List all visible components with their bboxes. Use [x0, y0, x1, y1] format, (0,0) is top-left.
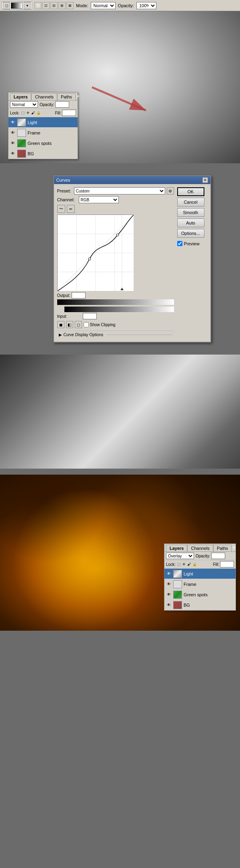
lock-paint-icon-1[interactable]: 🖌 [31, 111, 35, 115]
output-row: Output: 138 [57, 292, 174, 299]
arrow-overlay [88, 83, 152, 115]
brush-size-icon[interactable]: ◻ [3, 2, 10, 9]
lock-paint-icon-2[interactable]: 🖌 [187, 562, 191, 566]
dialog-close-btn[interactable]: ✕ [202, 177, 208, 183]
input-row [57, 307, 174, 312]
show-clipping-checkbox[interactable] [84, 322, 89, 327]
curve-draw-btn[interactable]: 〜 [57, 205, 65, 213]
mode-icon-5[interactable]: ⊠ [66, 2, 74, 9]
layer-row-greenspots-1[interactable]: 👁 Green spots [8, 138, 78, 148]
curve-graph[interactable] [57, 214, 133, 291]
lock-move-icon-1[interactable]: ✛ [26, 111, 30, 115]
fill-input-2[interactable]: 100% [220, 561, 234, 567]
canvas-area-3: Layers Channels Paths ✕ Overlay Opacity:… [0, 475, 240, 631]
layer-row-greenspots-2[interactable]: 👁 Green spots [164, 589, 236, 600]
mode-icon-3[interactable]: ⊟ [50, 2, 58, 9]
canvas-2 [0, 355, 240, 469]
preview-checkbox[interactable] [177, 241, 182, 246]
tab-layers-1[interactable]: Layers [10, 93, 31, 100]
curve-tools: 〜 ✏ [57, 205, 174, 213]
tab-channels-2[interactable]: Channels [187, 545, 213, 551]
layer-eye-light-2[interactable]: 👁 [166, 571, 172, 577]
channel-select[interactable]: RGB [79, 196, 119, 203]
white-point-btn[interactable]: ◻ [75, 321, 82, 328]
dialog-left: Preset: Custom ⚙ Channel: RGB 〜 ✏ [57, 187, 174, 339]
opacity-input-2[interactable]: 100% [211, 553, 225, 559]
mode-select[interactable]: Normal [91, 2, 116, 9]
layers-panel-2: Layers Channels Paths ✕ Overlay Opacity:… [164, 543, 236, 611]
lock-icon-2[interactable]: ⬚ [177, 562, 181, 566]
layer-eye-bg-1[interactable]: 👁 [10, 151, 16, 156]
layer-eye-bg-2[interactable]: 👁 [166, 602, 172, 608]
layer-eye-light-1[interactable]: 👁 [10, 120, 16, 125]
smooth-btn[interactable]: Smooth [177, 208, 204, 217]
panel-close-2[interactable]: ✕ [232, 545, 236, 551]
layer-name-greenspots-1: Green spots [28, 141, 76, 146]
layer-eye-frame-2[interactable]: 👁 [166, 581, 172, 587]
fill-row-1: Fill: 100% [55, 110, 76, 116]
output-grad-bar [57, 299, 174, 305]
preset-options-btn[interactable]: ⚙ [167, 187, 174, 194]
cancel-btn[interactable]: Cancel [177, 198, 204, 206]
layer-name-frame-1: Frame [28, 130, 76, 135]
lock-all-icon-2[interactable]: 🔒 [192, 562, 197, 566]
layer-row-frame-1[interactable]: 👁 Frame [8, 128, 78, 138]
opacity-select[interactable]: 100% [136, 2, 156, 9]
output-input[interactable]: 138 [72, 292, 86, 299]
mode-icon-2[interactable]: ⊡ [42, 2, 50, 9]
layer-row-light-1[interactable]: 👁 Light [8, 117, 78, 128]
tab-paths-1[interactable]: Paths [57, 93, 76, 100]
blend-mode-select-2[interactable]: Overlay [166, 553, 194, 559]
layer-row-light-2[interactable]: 👁 Light [164, 569, 236, 579]
black-point-btn[interactable]: ◼ [57, 321, 64, 328]
layer-row-bg-1[interactable]: 👁 BG [8, 148, 78, 159]
layer-thumb-bg-2 [173, 601, 182, 609]
input-value[interactable]: 216 [83, 313, 97, 319]
tab-paths-2[interactable]: Paths [213, 545, 232, 551]
blend-mode-select-1[interactable]: Normal [10, 101, 38, 108]
layer-thumb-greenspots-1 [17, 139, 26, 147]
gap-2 [0, 349, 240, 355]
curve-display-label: Curve Display Options [64, 333, 103, 337]
dropdown-arrow[interactable]: ▾ [24, 2, 31, 9]
canvas-3: Layers Channels Paths ✕ Overlay Opacity:… [0, 475, 240, 631]
layer-thumb-greenspots-2 [173, 591, 182, 599]
layer-name-bg-1: BG [28, 151, 76, 156]
curve-pencil-btn[interactable]: ✏ [67, 205, 75, 213]
channel-row: Channel: RGB [57, 196, 174, 203]
gap-1 [0, 163, 240, 169]
opacity-label-1: Opacity: [40, 102, 54, 107]
layers-panel-1: Layers Channels Paths ✕ Normal Opacity: … [8, 92, 78, 159]
show-clipping-label: Show Clipping [90, 323, 116, 327]
lock-all-icon-1[interactable]: 🔒 [36, 111, 41, 115]
dialog-title: Curves [56, 178, 70, 182]
lock-icon-1[interactable]: ⬚ [21, 111, 25, 115]
panel-blendmode-row-2: Overlay Opacity: 100% [164, 552, 236, 560]
mode-icon-4[interactable]: ⊞ [58, 2, 66, 9]
brush-size-group: ◻ ▾ [2, 2, 32, 10]
preset-select[interactable]: Custom [74, 187, 165, 194]
opacity-input-1[interactable]: 100% [55, 101, 69, 108]
layer-eye-greenspots-1[interactable]: 👁 [10, 140, 16, 146]
layer-row-frame-2[interactable]: 👁 Frame [164, 579, 236, 589]
ok-btn[interactable]: OK [177, 187, 204, 196]
dialog-body: Preset: Custom ⚙ Channel: RGB 〜 ✏ [54, 184, 210, 342]
lock-move-icon-2[interactable]: ✛ [182, 562, 186, 566]
curve-display-options[interactable]: ▶ Curve Display Options [57, 331, 174, 339]
layer-eye-frame-1[interactable]: 👁 [10, 130, 16, 136]
preview-label: Preview [184, 241, 200, 246]
panel-close-1[interactable]: ✕ [76, 93, 80, 100]
auto-btn[interactable]: Auto [177, 219, 204, 227]
mode-icon-1[interactable]: ⬜ [34, 2, 42, 9]
lock-label-1: Lock: [10, 111, 20, 115]
layer-thumb-light-1 [17, 118, 26, 126]
gradient-swatch[interactable] [11, 2, 23, 9]
layer-thumb-frame-1 [17, 129, 26, 137]
tab-channels-1[interactable]: Channels [31, 93, 57, 100]
gray-point-btn[interactable]: ◧ [66, 321, 73, 328]
options-btn[interactable]: Options... [177, 229, 204, 238]
layer-row-bg-2[interactable]: 👁 BG [164, 600, 236, 610]
fill-input-1[interactable]: 100% [62, 110, 76, 116]
tab-layers-2[interactable]: Layers [166, 545, 187, 551]
layer-eye-greenspots-2[interactable]: 👁 [166, 592, 172, 597]
